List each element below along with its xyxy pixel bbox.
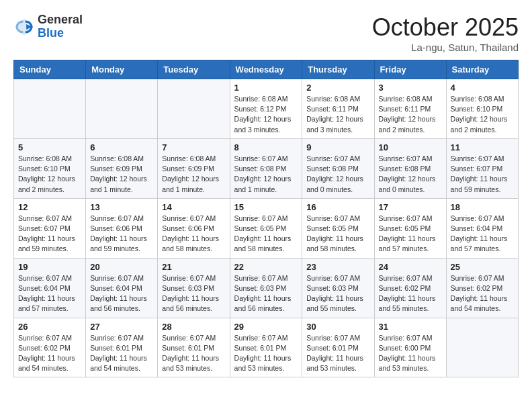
day-info: Sunrise: 6:07 AM Sunset: 6:05 PM Dayligh… bbox=[379, 214, 442, 255]
page-header: General Blue October 2025 La-ngu, Satun,… bbox=[13, 13, 519, 53]
day-number: 22 bbox=[234, 262, 298, 272]
calendar-cell: 22Sunrise: 6:07 AM Sunset: 6:03 PM Dayli… bbox=[230, 258, 302, 318]
column-header-wednesday: Wednesday bbox=[230, 60, 302, 79]
calendar-cell: 1Sunrise: 6:08 AM Sunset: 6:12 PM Daylig… bbox=[230, 79, 302, 139]
title-block: October 2025 La-ngu, Satun, Thailand bbox=[372, 13, 519, 53]
day-number: 6 bbox=[90, 142, 153, 152]
calendar-cell: 6Sunrise: 6:08 AM Sunset: 6:09 PM Daylig… bbox=[86, 138, 158, 198]
day-number: 8 bbox=[234, 142, 298, 152]
day-info: Sunrise: 6:07 AM Sunset: 6:02 PM Dayligh… bbox=[18, 333, 81, 374]
location: La-ngu, Satun, Thailand bbox=[372, 42, 519, 53]
day-info: Sunrise: 6:07 AM Sunset: 6:05 PM Dayligh… bbox=[234, 214, 298, 255]
calendar-cell: 30Sunrise: 6:07 AM Sunset: 6:01 PM Dayli… bbox=[302, 318, 374, 377]
calendar-cell: 18Sunrise: 6:07 AM Sunset: 6:04 PM Dayli… bbox=[446, 198, 518, 258]
day-info: Sunrise: 6:07 AM Sunset: 6:01 PM Dayligh… bbox=[234, 333, 298, 374]
day-number: 19 bbox=[18, 262, 81, 272]
calendar-cell: 14Sunrise: 6:07 AM Sunset: 6:06 PM Dayli… bbox=[158, 198, 230, 258]
day-info: Sunrise: 6:07 AM Sunset: 6:03 PM Dayligh… bbox=[234, 273, 298, 314]
day-info: Sunrise: 6:07 AM Sunset: 6:04 PM Dayligh… bbox=[18, 273, 81, 314]
day-number: 1 bbox=[234, 83, 298, 93]
calendar-cell: 7Sunrise: 6:08 AM Sunset: 6:09 PM Daylig… bbox=[158, 138, 230, 198]
day-number: 24 bbox=[379, 262, 442, 272]
day-info: Sunrise: 6:08 AM Sunset: 6:10 PM Dayligh… bbox=[451, 94, 514, 135]
day-info: Sunrise: 6:07 AM Sunset: 6:06 PM Dayligh… bbox=[162, 214, 225, 255]
calendar-cell: 16Sunrise: 6:07 AM Sunset: 6:05 PM Dayli… bbox=[302, 198, 374, 258]
calendar-cell: 29Sunrise: 6:07 AM Sunset: 6:01 PM Dayli… bbox=[230, 318, 302, 377]
calendar-cell: 31Sunrise: 6:07 AM Sunset: 6:00 PM Dayli… bbox=[374, 318, 446, 377]
calendar-cell: 9Sunrise: 6:07 AM Sunset: 6:08 PM Daylig… bbox=[302, 138, 374, 198]
calendar-cell: 11Sunrise: 6:07 AM Sunset: 6:07 PM Dayli… bbox=[446, 138, 518, 198]
calendar-cell: 5Sunrise: 6:08 AM Sunset: 6:10 PM Daylig… bbox=[14, 138, 86, 198]
column-header-saturday: Saturday bbox=[446, 60, 518, 79]
day-number: 3 bbox=[379, 83, 442, 93]
day-info: Sunrise: 6:07 AM Sunset: 6:03 PM Dayligh… bbox=[162, 273, 225, 314]
calendar-header-row: SundayMondayTuesdayWednesdayThursdayFrid… bbox=[14, 60, 519, 79]
day-info: Sunrise: 6:07 AM Sunset: 6:02 PM Dayligh… bbox=[451, 273, 514, 314]
column-header-sunday: Sunday bbox=[14, 60, 86, 79]
calendar-cell bbox=[446, 318, 518, 377]
logo: General Blue bbox=[13, 13, 83, 40]
day-info: Sunrise: 6:07 AM Sunset: 6:00 PM Dayligh… bbox=[379, 333, 442, 374]
day-number: 9 bbox=[306, 142, 369, 152]
day-info: Sunrise: 6:07 AM Sunset: 6:04 PM Dayligh… bbox=[451, 214, 514, 255]
month-title: October 2025 bbox=[372, 13, 519, 42]
day-number: 30 bbox=[306, 322, 369, 332]
day-info: Sunrise: 6:08 AM Sunset: 6:12 PM Dayligh… bbox=[234, 94, 298, 135]
column-header-tuesday: Tuesday bbox=[158, 60, 230, 79]
day-number: 27 bbox=[90, 322, 153, 332]
day-number: 14 bbox=[162, 202, 225, 212]
calendar-cell: 4Sunrise: 6:08 AM Sunset: 6:10 PM Daylig… bbox=[446, 79, 518, 139]
day-info: Sunrise: 6:08 AM Sunset: 6:09 PM Dayligh… bbox=[162, 154, 225, 195]
day-number: 25 bbox=[451, 262, 514, 272]
calendar-cell: 20Sunrise: 6:07 AM Sunset: 6:04 PM Dayli… bbox=[86, 258, 158, 318]
day-number: 23 bbox=[306, 262, 369, 272]
day-info: Sunrise: 6:07 AM Sunset: 6:08 PM Dayligh… bbox=[379, 154, 442, 195]
calendar-cell: 17Sunrise: 6:07 AM Sunset: 6:05 PM Dayli… bbox=[374, 198, 446, 258]
day-number: 17 bbox=[379, 202, 442, 212]
calendar-cell: 15Sunrise: 6:07 AM Sunset: 6:05 PM Dayli… bbox=[230, 198, 302, 258]
day-info: Sunrise: 6:07 AM Sunset: 6:01 PM Dayligh… bbox=[90, 333, 153, 374]
day-number: 28 bbox=[162, 322, 225, 332]
logo-icon bbox=[13, 16, 35, 38]
day-info: Sunrise: 6:07 AM Sunset: 6:04 PM Dayligh… bbox=[90, 273, 153, 314]
calendar-cell: 3Sunrise: 6:08 AM Sunset: 6:11 PM Daylig… bbox=[374, 79, 446, 139]
day-number: 4 bbox=[451, 83, 514, 93]
calendar-cell bbox=[86, 79, 158, 139]
calendar-cell: 26Sunrise: 6:07 AM Sunset: 6:02 PM Dayli… bbox=[14, 318, 86, 377]
day-info: Sunrise: 6:07 AM Sunset: 6:01 PM Dayligh… bbox=[306, 333, 369, 374]
calendar-week-row: 19Sunrise: 6:07 AM Sunset: 6:04 PM Dayli… bbox=[14, 258, 519, 318]
day-info: Sunrise: 6:07 AM Sunset: 6:08 PM Dayligh… bbox=[234, 154, 298, 195]
calendar-cell: 23Sunrise: 6:07 AM Sunset: 6:03 PM Dayli… bbox=[302, 258, 374, 318]
day-info: Sunrise: 6:07 AM Sunset: 6:08 PM Dayligh… bbox=[306, 154, 369, 195]
column-header-monday: Monday bbox=[86, 60, 158, 79]
day-info: Sunrise: 6:07 AM Sunset: 6:01 PM Dayligh… bbox=[162, 333, 225, 374]
logo-general: General bbox=[38, 13, 83, 27]
calendar-cell bbox=[158, 79, 230, 139]
calendar-cell: 27Sunrise: 6:07 AM Sunset: 6:01 PM Dayli… bbox=[86, 318, 158, 377]
day-number: 11 bbox=[451, 142, 514, 152]
calendar-week-row: 5Sunrise: 6:08 AM Sunset: 6:10 PM Daylig… bbox=[14, 138, 519, 198]
day-info: Sunrise: 6:08 AM Sunset: 6:11 PM Dayligh… bbox=[306, 94, 369, 135]
calendar-week-row: 12Sunrise: 6:07 AM Sunset: 6:07 PM Dayli… bbox=[14, 198, 519, 258]
calendar-cell: 25Sunrise: 6:07 AM Sunset: 6:02 PM Dayli… bbox=[446, 258, 518, 318]
calendar-cell: 12Sunrise: 6:07 AM Sunset: 6:07 PM Dayli… bbox=[14, 198, 86, 258]
calendar-cell: 28Sunrise: 6:07 AM Sunset: 6:01 PM Dayli… bbox=[158, 318, 230, 377]
logo-blue: Blue bbox=[38, 27, 83, 40]
column-header-thursday: Thursday bbox=[302, 60, 374, 79]
day-number: 26 bbox=[18, 322, 81, 332]
day-number: 18 bbox=[451, 202, 514, 212]
column-header-friday: Friday bbox=[374, 60, 446, 79]
day-info: Sunrise: 6:07 AM Sunset: 6:06 PM Dayligh… bbox=[90, 214, 153, 255]
day-number: 12 bbox=[18, 202, 81, 212]
calendar-cell: 21Sunrise: 6:07 AM Sunset: 6:03 PM Dayli… bbox=[158, 258, 230, 318]
day-info: Sunrise: 6:07 AM Sunset: 6:05 PM Dayligh… bbox=[306, 214, 369, 255]
calendar-cell: 8Sunrise: 6:07 AM Sunset: 6:08 PM Daylig… bbox=[230, 138, 302, 198]
day-number: 15 bbox=[234, 202, 298, 212]
logo-text: General Blue bbox=[38, 13, 83, 40]
calendar-cell: 2Sunrise: 6:08 AM Sunset: 6:11 PM Daylig… bbox=[302, 79, 374, 139]
calendar-week-row: 1Sunrise: 6:08 AM Sunset: 6:12 PM Daylig… bbox=[14, 79, 519, 139]
calendar-cell: 19Sunrise: 6:07 AM Sunset: 6:04 PM Dayli… bbox=[14, 258, 86, 318]
day-number: 10 bbox=[379, 142, 442, 152]
day-info: Sunrise: 6:07 AM Sunset: 6:07 PM Dayligh… bbox=[18, 214, 81, 255]
day-number: 5 bbox=[18, 142, 81, 152]
